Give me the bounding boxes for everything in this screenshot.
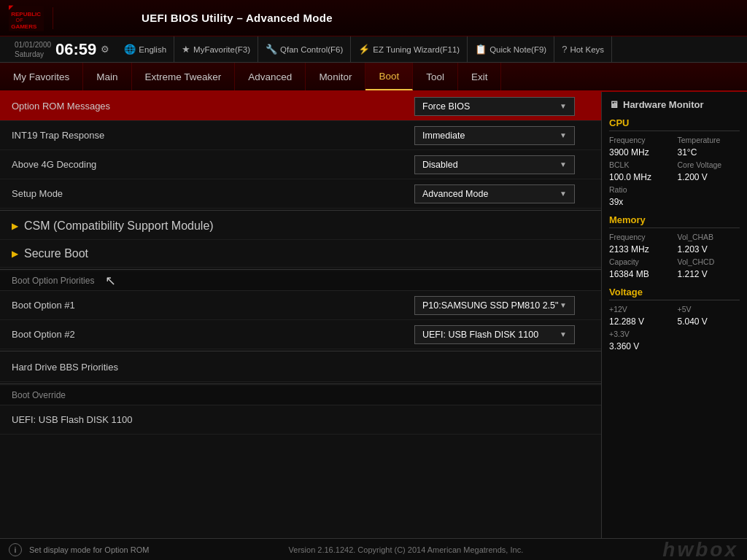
divider-4: [0, 384, 601, 384]
uefi-usb-flash-row[interactable]: UEFI: USB Flash DISK 1100: [0, 405, 601, 435]
boot-option-1-value[interactable]: P10:SAMSUNG SSD PM810 2.5" ▼: [414, 296, 589, 315]
above-4g-label: Above 4G Decoding: [12, 159, 414, 170]
setting-boot-option-1[interactable]: Boot Option #1 P10:SAMSUNG SSD PM810 2.5…: [0, 291, 601, 320]
setup-mode-dropdown[interactable]: Advanced Mode ▼: [414, 184, 575, 203]
int19-dropdown[interactable]: Immediate ▼: [414, 126, 575, 145]
boot-override-header: Boot Override: [0, 386, 601, 405]
cpu-bclk-value: 100.0 MHz: [609, 172, 672, 182]
toolbar-hot-keys[interactable]: ? Hot Keys: [554, 36, 612, 62]
header-title: UEFI BIOS Utility – Advanced Mode: [142, 12, 333, 24]
monitor-icon: 🖥: [609, 99, 619, 110]
setting-int19-trap[interactable]: INT19 Trap Response Immediate ▼: [0, 121, 601, 150]
expand-arrow-icon: ▶: [12, 249, 18, 259]
lightning-icon: ⚡: [358, 44, 370, 55]
boot-option-priorities-header: Boot Option Priorities ↖: [0, 271, 601, 291]
v33-label: +3.3V: [609, 330, 672, 338]
toolbar-ez-tuning[interactable]: ⚡ EZ Tuning Wizard(F11): [351, 36, 468, 62]
hard-drive-bbs-row[interactable]: Hard Drive BBS Priorities: [0, 353, 601, 382]
mem-freq-value: 2133 MHz: [609, 244, 672, 254]
cpu-core-volt-label: Core Voltage: [678, 160, 740, 169]
toolbar-myfavorite[interactable]: ★ MyFavorite(F3): [174, 36, 258, 62]
mem-vol-chcd-value: 1.212 V: [678, 269, 740, 279]
memory-grid: Frequency Vol_CHAB 2133 MHz 1.203 V Capa…: [609, 233, 740, 279]
cpu-ratio-label: Ratio: [609, 185, 672, 194]
mem-cap-label: Capacity: [609, 257, 672, 266]
svg-text:OF: OF: [16, 16, 24, 23]
setting-setup-mode[interactable]: Setup Mode Advanced Mode ▼: [0, 179, 601, 209]
tab-boot[interactable]: Boot: [365, 63, 413, 90]
divider-1: [0, 210, 601, 211]
clock-area: 01/01/2000 Saturday 06:59 ⚙: [7, 40, 117, 59]
fan-icon: 🔧: [266, 44, 277, 55]
version-text: Version 2.16.1242. Copyright (C) 2014 Am…: [149, 545, 662, 554]
option-rom-label: Option ROM Messages: [12, 101, 414, 112]
above-4g-dropdown[interactable]: Disabled ▼: [414, 155, 575, 174]
boot-option-2-dropdown[interactable]: UEFI: USB Flash DISK 1100 ▼: [414, 325, 575, 344]
hard-drive-bbs-label: Hard Drive BBS Priorities: [12, 362, 589, 373]
globe-icon: 🌐: [124, 44, 136, 55]
toolbar-language[interactable]: 🌐 English: [117, 36, 174, 62]
cpu-temp-value: 31°C: [678, 147, 740, 158]
above-4g-value[interactable]: Disabled ▼: [414, 155, 589, 174]
tab-advanced[interactable]: Advanced: [235, 63, 306, 90]
setup-mode-label: Setup Mode: [12, 188, 414, 199]
boot-option-1-dropdown[interactable]: P10:SAMSUNG SSD PM810 2.5" ▼: [414, 296, 575, 315]
uefi-usb-label: UEFI: USB Flash DISK 1100: [12, 414, 589, 425]
tab-extreme-tweaker[interactable]: Extreme Tweaker: [132, 63, 236, 90]
dropdown-arrow-icon: ▼: [560, 330, 567, 338]
info-text: Set display mode for Option ROM: [29, 545, 149, 554]
dropdown-arrow-icon: ▼: [560, 301, 567, 309]
mem-freq-label: Frequency: [609, 233, 672, 241]
v5-label: +5V: [678, 305, 740, 314]
hw-monitor-title: 🖥 Hardware Monitor: [609, 99, 740, 110]
secure-boot-row[interactable]: ▶ Secure Boot: [0, 240, 601, 268]
settings-gear-icon[interactable]: ⚙: [101, 44, 109, 55]
voltage-grid: +12V +5V 12.288 V 5.040 V +3.3V 3.360 V: [609, 305, 740, 351]
dropdown-arrow-icon: ▼: [560, 160, 567, 168]
cpu-freq-value: 3900 MHz: [609, 147, 672, 158]
csm-label: CSM (Compatibility Support Module): [24, 219, 214, 233]
dropdown-arrow-icon: ▼: [560, 102, 567, 110]
setting-boot-option-2[interactable]: Boot Option #2 UEFI: USB Flash DISK 1100…: [0, 320, 601, 349]
mem-cap-value: 16384 MB: [609, 269, 672, 279]
toolbar: 01/01/2000 Saturday 06:59 ⚙ 🌐 English ★ …: [0, 36, 747, 63]
hwbox-watermark: hwbox: [662, 538, 738, 561]
setup-mode-value[interactable]: Advanced Mode ▼: [414, 184, 589, 203]
divider-3: [0, 351, 601, 351]
toolbar-qfan[interactable]: 🔧 Qfan Control(F6): [258, 36, 351, 62]
tab-tool[interactable]: Tool: [413, 63, 458, 90]
csm-row[interactable]: ▶ CSM (Compatibility Support Module): [0, 212, 601, 240]
mem-vol-chab-label: Vol_CHAB: [678, 233, 740, 241]
cpu-freq-label: Frequency: [609, 136, 672, 144]
v33-value: 3.360 V: [609, 341, 672, 351]
note-icon: 📋: [475, 44, 487, 55]
setting-above-4g[interactable]: Above 4G Decoding Disabled ▼: [0, 150, 601, 179]
info-bar: i Set display mode for Option ROM: [9, 543, 149, 556]
option-rom-dropdown[interactable]: Force BIOS ▼: [414, 97, 575, 116]
rog-logo-icon: REPUBLIC OF GAMERS: [9, 5, 44, 31]
hw-monitor-panel: 🖥 Hardware Monitor CPU Frequency Tempera…: [601, 92, 747, 538]
boot-option-2-value[interactable]: UEFI: USB Flash DISK 1100 ▼: [414, 325, 589, 344]
secure-boot-label: Secure Boot: [24, 247, 88, 260]
tab-my-favorites[interactable]: My Favorites: [0, 63, 83, 90]
footer-bar: i Set display mode for Option ROM Versio…: [0, 538, 747, 560]
boot-option-1-label: Boot Option #1: [12, 300, 414, 311]
toolbar-quick-note[interactable]: 📋 Quick Note(F9): [468, 36, 554, 62]
clock-time: 06:59: [55, 40, 96, 59]
info-icon: i: [9, 543, 22, 556]
mem-vol-chcd-label: Vol_CHCD: [678, 257, 740, 266]
option-rom-value[interactable]: Force BIOS ▼: [414, 97, 589, 116]
int19-value[interactable]: Immediate ▼: [414, 126, 589, 145]
main-layout: Option ROM Messages Force BIOS ▼ INT19 T…: [0, 92, 747, 538]
setting-option-rom-messages[interactable]: Option ROM Messages Force BIOS ▼: [0, 92, 601, 121]
cpu-bclk-label: BCLK: [609, 160, 672, 169]
expand-arrow-icon: ▶: [12, 221, 18, 231]
header-divider: [53, 7, 53, 29]
tab-main[interactable]: Main: [83, 63, 131, 90]
content-area: Option ROM Messages Force BIOS ▼ INT19 T…: [0, 92, 601, 538]
tab-exit[interactable]: Exit: [458, 63, 502, 90]
dropdown-arrow-icon: ▼: [560, 131, 567, 139]
cpu-ratio-value: 39x: [609, 197, 672, 207]
tab-monitor[interactable]: Monitor: [306, 63, 365, 90]
v12-value: 12.288 V: [609, 316, 672, 327]
